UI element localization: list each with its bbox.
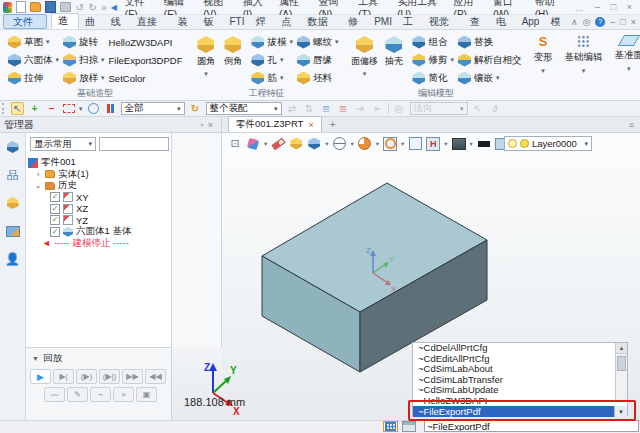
tab-point-cloud[interactable]: 点云 [276, 15, 302, 29]
window-restore-button[interactable]: □ [607, 2, 620, 12]
face-offset-button[interactable]: 面偏移▾ [348, 33, 380, 87]
revolve-button[interactable]: 旋转 [61, 33, 107, 51]
tab-pmi[interactable]: PMI [369, 15, 398, 29]
sweep-button[interactable]: 扫掠▾ [61, 51, 107, 69]
add-select-icon[interactable]: + [28, 102, 41, 115]
setcolor-button[interactable]: SetColor [107, 69, 185, 87]
basic-edit-group-button[interactable]: 基础编辑 ▾ [561, 31, 607, 100]
tab-assembly[interactable]: 装配 [172, 15, 198, 29]
tab-file[interactable]: 文件(F) [3, 14, 47, 29]
tab-wireframe[interactable]: 线框 [105, 15, 131, 29]
command-item[interactable]: ~CdSimLabAbout [413, 364, 627, 375]
tab-visual-style[interactable]: 视觉样式 [423, 15, 464, 29]
morph-group-button[interactable]: S 变形 ▾ [530, 31, 557, 100]
hellozw3dapi-button[interactable]: HelloZW3DAPI [107, 33, 185, 51]
playback-step-button[interactable]: ▶| [53, 369, 74, 384]
fillet-button[interactable]: 圆角▾ [192, 33, 219, 87]
command-item[interactable]: ~CdDelAllPrtCfg [413, 343, 627, 354]
visibility-checkbox[interactable]: ✓ [50, 204, 60, 214]
new-file-icon[interactable] [16, 2, 26, 13]
document-tab[interactable]: 零件001.Z3PRT × [228, 116, 322, 132]
tab-repair[interactable]: 修复 [343, 15, 369, 29]
lip-button[interactable]: 唇缘 [295, 51, 341, 69]
combine-button[interactable]: 组合 [410, 33, 456, 51]
history-stop-marker[interactable]: ◄ ----- 建模停止 ----- [28, 238, 170, 250]
tab-inquire[interactable]: 查询 [464, 15, 490, 29]
assembly-manager-icon[interactable]: 品 [5, 167, 21, 183]
resolve-self-intersection-button[interactable]: 解析自相交 [456, 51, 524, 69]
panel-close-button[interactable]: × [208, 120, 213, 130]
save-icon[interactable] [45, 2, 56, 13]
shell-button[interactable]: 抽壳 [380, 33, 407, 87]
tab-weldment[interactable]: 焊件 [250, 15, 276, 29]
window-mode-icon[interactable] [402, 421, 416, 432]
tab-mold[interactable]: 模具 [545, 15, 571, 29]
move-icon[interactable]: ⇄ [286, 102, 299, 115]
toolbar-grip[interactable] [2, 103, 7, 114]
select-cursor-icon[interactable]: ↖ [11, 102, 24, 115]
refresh-scope-icon[interactable]: ↻ [189, 102, 202, 115]
lasso-select-icon[interactable] [87, 102, 100, 115]
playback-delete-button[interactable]: × [113, 387, 134, 402]
tree-history-node[interactable]: ⌄ 历史 [28, 180, 170, 192]
loft-button[interactable]: 放样▾ [61, 69, 107, 87]
normal-combo[interactable]: 法向▾ [410, 102, 468, 115]
ribbon-collapse-icon[interactable]: ∧ [571, 17, 578, 27]
window-select-icon[interactable] [62, 102, 75, 115]
doc-minimize-button[interactable]: – [610, 17, 615, 27]
doc-restore-button[interactable]: □ [620, 17, 625, 27]
tab-shape[interactable]: 造型 [51, 13, 79, 29]
filter-icon[interactable] [104, 102, 117, 115]
redo-icon[interactable]: ↻ [88, 2, 97, 13]
scroll-up-icon[interactable]: ▲ [616, 343, 627, 354]
stock-button[interactable]: 坯料 [295, 69, 341, 87]
hole-button[interactable]: 孔▾ [249, 51, 295, 69]
list-scrollbar[interactable]: ▲ [615, 343, 627, 400]
inlay-button[interactable]: 镶嵌▾ [456, 69, 524, 87]
tree-filter-box[interactable] [99, 137, 169, 151]
draft-button[interactable]: 拔模▾ [249, 33, 295, 51]
filter-combo[interactable]: 全部▾ [121, 102, 185, 115]
tab-direct-edit[interactable]: 直接编辑 [131, 15, 172, 29]
command-item[interactable]: ~CdSimLabUpdate [413, 385, 627, 396]
thread-button[interactable]: 螺纹▾ [295, 33, 341, 51]
playback-pointer-button[interactable]: ⌁ [90, 387, 111, 402]
trim-button[interactable]: 修剪▾ [410, 51, 456, 69]
tab-electrode[interactable]: 电极 [490, 15, 516, 29]
scrollbar-thumb[interactable] [617, 356, 626, 371]
window-close-button[interactable]: × [623, 2, 636, 12]
datum-plane-group-button[interactable]: 基准面 ▾ [611, 31, 640, 100]
tab-app[interactable]: App [516, 15, 545, 29]
playback-play-to-button[interactable]: (▶|) [99, 369, 120, 384]
tree-view-combo[interactable]: 显示常用▾ [30, 137, 96, 151]
open-file-icon[interactable] [30, 2, 41, 13]
new-tab-button[interactable]: + [330, 117, 336, 132]
window-minimize-button[interactable]: – [591, 2, 604, 12]
playback-image-button[interactable]: ▣ [136, 387, 157, 402]
rib-button[interactable]: 筋▾ [249, 69, 295, 87]
playback-play-from-button[interactable]: (▶) [76, 369, 97, 384]
tree-plane-xy[interactable]: ✓ XY [28, 192, 170, 204]
panel-pin-button[interactable]: ▫ [201, 120, 204, 130]
role-manager-icon[interactable]: 👤 [5, 251, 21, 267]
playback-fast-forward-button[interactable]: ▶▶ [122, 369, 143, 384]
scope-combo[interactable]: 整个装配▾ [206, 102, 282, 115]
replace-button[interactable]: 替换 [456, 33, 524, 51]
combo-arrow-icon[interactable]: ▾ [614, 406, 627, 417]
chain-pick-icon[interactable]: ∂ [489, 102, 502, 115]
chamfer-button[interactable]: 倒角 [219, 33, 246, 87]
tree-plane-xz[interactable]: ✓ XZ [28, 203, 170, 215]
sketch-button[interactable]: 草图▾ [6, 33, 61, 51]
fileexport3dpdf-button[interactable]: FileExport3DPDF [107, 51, 185, 69]
pattern-icon[interactable]: ≣ [337, 102, 350, 115]
playback-header[interactable]: ▼ 回放 [26, 348, 171, 369]
tree-root-node[interactable]: 零件001 [28, 157, 170, 169]
command-item-selected[interactable]: ~FileExportPdf ▾ [413, 406, 627, 417]
tab-fti[interactable]: FTI [224, 15, 250, 29]
remove-select-icon[interactable]: – [45, 102, 58, 115]
visual-manager-icon[interactable] [5, 195, 21, 211]
tree-solids-node[interactable]: › 实体(1) [28, 169, 170, 181]
view-manager-icon[interactable] [5, 223, 21, 239]
tab-bar-menu-icon[interactable]: ≡ [629, 117, 634, 132]
tab-sheet-metal[interactable]: 钣金 [198, 15, 224, 29]
